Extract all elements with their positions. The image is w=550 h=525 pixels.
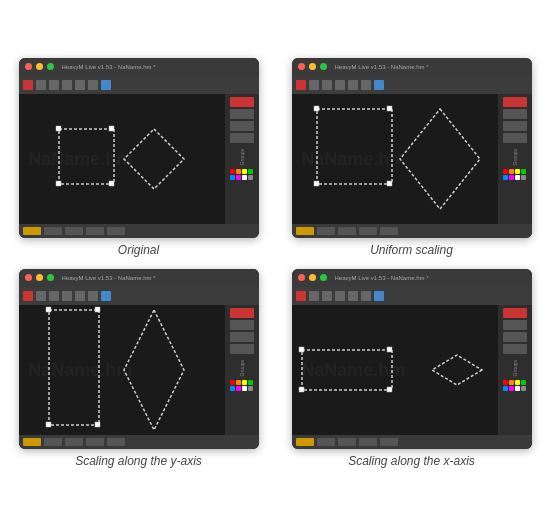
color-red-4[interactable] [503, 380, 508, 385]
color-white-3[interactable] [242, 386, 247, 391]
svg-rect-5 [109, 181, 114, 186]
tb-icon-4-1[interactable] [296, 291, 306, 301]
color-orange[interactable] [236, 169, 241, 174]
close-dot[interactable] [25, 63, 32, 70]
tb-icon-2-4[interactable] [335, 80, 345, 90]
color-red[interactable] [230, 169, 235, 174]
sp-btn-gray-2[interactable] [230, 121, 254, 131]
tb-icon-4-6[interactable] [361, 291, 371, 301]
tb-icon-3-3[interactable] [49, 291, 59, 301]
color-yellow[interactable] [242, 169, 247, 174]
sp-btn-gray-3-2[interactable] [230, 332, 254, 342]
color-green-4[interactable] [521, 380, 526, 385]
tb-icon-2-6[interactable] [361, 80, 371, 90]
minimize-dot-4[interactable] [309, 274, 316, 281]
maximize-dot[interactable] [47, 63, 54, 70]
sp-btn-gray-2-2[interactable] [503, 121, 527, 131]
groups-label-1: Groups [239, 149, 245, 165]
color-blue[interactable] [230, 175, 235, 180]
tb-icon-3[interactable] [49, 80, 59, 90]
color-white[interactable] [242, 175, 247, 180]
tb-icon-4[interactable] [62, 80, 72, 90]
tb-icon-2[interactable] [36, 80, 46, 90]
sp-btn-gray-4-3[interactable] [503, 344, 527, 354]
color-magenta-2[interactable] [509, 175, 514, 180]
minimize-dot-2[interactable] [309, 63, 316, 70]
tb-icon-3-4[interactable] [62, 291, 72, 301]
color-red-3[interactable] [230, 380, 235, 385]
color-white-4[interactable] [515, 386, 520, 391]
color-magenta-4[interactable] [509, 386, 514, 391]
sp-btn-gray-4-2[interactable] [503, 332, 527, 342]
canvas-svg-1 [19, 94, 225, 224]
sp-btn-red-4[interactable] [503, 308, 527, 318]
color-blue-4[interactable] [503, 386, 508, 391]
tb-icon-4-5[interactable] [348, 291, 358, 301]
screenshot-yaxis: HeavyM Live v1.53 - NaName.hm * NaName.h… [19, 269, 259, 449]
color-orange-2[interactable] [509, 169, 514, 174]
color-orange-4[interactable] [509, 380, 514, 385]
maximize-dot-3[interactable] [47, 274, 54, 281]
color-gray-2[interactable] [521, 175, 526, 180]
minimize-dot-3[interactable] [36, 274, 43, 281]
color-gray-3[interactable] [248, 386, 253, 391]
close-dot-4[interactable] [298, 274, 305, 281]
close-dot-3[interactable] [25, 274, 32, 281]
tb-icon-2-3[interactable] [322, 80, 332, 90]
color-gray-4[interactable] [521, 386, 526, 391]
close-dot-2[interactable] [298, 63, 305, 70]
svg-rect-0 [59, 129, 114, 184]
tb-icon-2-7[interactable] [374, 80, 384, 90]
maximize-dot-4[interactable] [320, 274, 327, 281]
color-green[interactable] [248, 169, 253, 174]
tb-icon-3-6[interactable] [88, 291, 98, 301]
sp-btn-red-1[interactable] [230, 97, 254, 107]
titlebar-4: HeavyM Live v1.53 - NaName.hm * [292, 269, 532, 287]
tb-icon-2-5[interactable] [348, 80, 358, 90]
tb-icon-2-2[interactable] [309, 80, 319, 90]
sp-btn-gray-3-3[interactable] [230, 344, 254, 354]
color-green-3[interactable] [248, 380, 253, 385]
tb-icon-4-3[interactable] [322, 291, 332, 301]
color-blue-3[interactable] [230, 386, 235, 391]
canvas-svg-2 [292, 94, 498, 224]
tb-icon-5[interactable] [75, 80, 85, 90]
screenshot-xaxis: HeavyM Live v1.53 - NaName.hm * NaName.h… [292, 269, 532, 449]
tb-icon-1[interactable] [23, 80, 33, 90]
tb-icon-3-7[interactable] [101, 291, 111, 301]
screenshot-uniform: HeavyM Live v1.53 - NaName.hm * NaName.h… [292, 58, 532, 238]
tb-icon-4-7[interactable] [374, 291, 384, 301]
tb-icon-7[interactable] [101, 80, 111, 90]
sp-btn-gray-3-1[interactable] [230, 320, 254, 330]
color-white-2[interactable] [515, 175, 520, 180]
color-magenta[interactable] [236, 175, 241, 180]
color-blue-2[interactable] [503, 175, 508, 180]
tb-icon-3-2[interactable] [36, 291, 46, 301]
tb-icon-6[interactable] [88, 80, 98, 90]
sp-btn-red-3[interactable] [230, 308, 254, 318]
tb-icon-2-1[interactable] [296, 80, 306, 90]
tb-icon-4-4[interactable] [335, 291, 345, 301]
side-panel-2: Groups [498, 94, 532, 224]
tb-icon-3-1[interactable] [23, 291, 33, 301]
sp-btn-gray-4-1[interactable] [503, 320, 527, 330]
sb-item-2 [65, 227, 83, 235]
color-green-2[interactable] [521, 169, 526, 174]
minimize-dot[interactable] [36, 63, 43, 70]
color-yellow-2[interactable] [515, 169, 520, 174]
color-magenta-3[interactable] [236, 386, 241, 391]
color-yellow-4[interactable] [515, 380, 520, 385]
tb-icon-3-5[interactable] [75, 291, 85, 301]
svg-rect-10 [314, 181, 319, 186]
tb-icon-4-2[interactable] [309, 291, 319, 301]
color-red-2[interactable] [503, 169, 508, 174]
sp-btn-gray-3[interactable] [230, 133, 254, 143]
sp-btn-gray-1[interactable] [230, 109, 254, 119]
color-gray[interactable] [248, 175, 253, 180]
color-yellow-3[interactable] [242, 380, 247, 385]
maximize-dot-2[interactable] [320, 63, 327, 70]
sp-btn-red-2[interactable] [503, 97, 527, 107]
sp-btn-gray-2-3[interactable] [503, 133, 527, 143]
sp-btn-gray-2-1[interactable] [503, 109, 527, 119]
color-orange-3[interactable] [236, 380, 241, 385]
